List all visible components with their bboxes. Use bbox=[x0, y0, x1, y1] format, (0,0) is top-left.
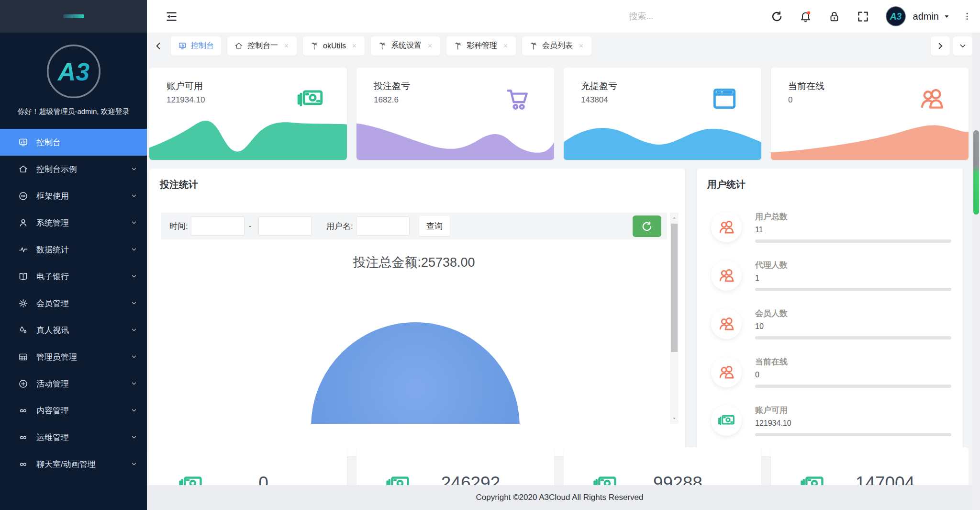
sidebar-item-12[interactable]: 运维管理 bbox=[0, 424, 147, 451]
footer: Copyright ©2020 A3Cloud All Rights Reser… bbox=[147, 485, 972, 510]
stat-card-value: 121934.10 bbox=[167, 95, 205, 105]
chevron-down-icon bbox=[131, 353, 137, 360]
username-filter-label: 用户名: bbox=[326, 221, 353, 232]
time-to-input[interactable] bbox=[258, 216, 312, 236]
tab-1[interactable]: 控制台 bbox=[171, 36, 221, 56]
tab-3[interactable]: okUtils bbox=[303, 36, 365, 56]
sidebar-item-11[interactable]: 内容管理 bbox=[0, 397, 147, 424]
tab-label: 会员列表 bbox=[542, 41, 573, 51]
search-input[interactable] bbox=[629, 11, 751, 22]
tabs-scroll-right-button[interactable] bbox=[931, 36, 950, 56]
tabs-scroll-left-icon[interactable] bbox=[154, 41, 163, 51]
bet-statistics-panel: 投注统计 投注总金额:25738.00 时间: - 用户名: 查询 bbox=[149, 169, 685, 456]
sidebar-item-5[interactable]: 数据统计 bbox=[0, 236, 147, 263]
tab-2[interactable]: 控制台一 bbox=[227, 36, 297, 56]
bet-panel-scrollbar[interactable] bbox=[670, 213, 679, 424]
tabs: 控制台控制台一okUtils系统设置彩种管理会员列表 bbox=[171, 36, 598, 56]
home-icon bbox=[234, 42, 243, 50]
people-icon bbox=[717, 363, 736, 382]
user-stat-value: 121934.10 bbox=[755, 419, 951, 428]
chevron-down-icon bbox=[958, 42, 967, 50]
people-icon bbox=[717, 266, 736, 285]
fullscreen-icon[interactable] bbox=[857, 10, 869, 23]
user-stat-value: 0 bbox=[755, 371, 951, 379]
sidebar-item-label: 真人视讯 bbox=[36, 325, 131, 336]
query-button[interactable]: 查询 bbox=[419, 216, 450, 236]
sidebar-item-3[interactable]: OK框架使用 bbox=[0, 182, 147, 209]
window-scrollbar-thumb[interactable] bbox=[973, 130, 979, 215]
sidebar-item-4[interactable]: 系统管理 bbox=[0, 209, 147, 236]
sidebar-item-label: 聊天室/动画管理 bbox=[36, 459, 131, 470]
chevron-down-icon bbox=[131, 461, 137, 467]
chevron-down-icon bbox=[131, 300, 137, 306]
sidebar-item-8[interactable]: 真人视讯 bbox=[0, 317, 147, 343]
chevron-down-icon bbox=[131, 380, 137, 387]
chevron-down-icon bbox=[131, 273, 137, 280]
chevron-down-icon[interactable] bbox=[943, 13, 950, 20]
bottom-card-1: 0 bbox=[149, 447, 347, 485]
close-icon[interactable] bbox=[502, 43, 509, 49]
collapse-sidebar-icon[interactable] bbox=[165, 10, 178, 23]
time-from-input[interactable] bbox=[191, 216, 245, 236]
user-stat-value: 11 bbox=[755, 226, 951, 234]
svg-text:A3: A3 bbox=[56, 58, 89, 86]
table-icon bbox=[18, 352, 28, 362]
close-icon[interactable] bbox=[578, 43, 584, 49]
refresh-data-button[interactable] bbox=[633, 215, 661, 237]
topbar-right: A3 admin bbox=[629, 6, 980, 27]
sidebar-item-label: 会员管理 bbox=[36, 298, 131, 309]
sidebar-item-label: 内容管理 bbox=[36, 405, 131, 416]
range-separator: - bbox=[249, 222, 251, 230]
stat-card-title: 投注盈亏 bbox=[374, 80, 410, 92]
user-stat-label: 当前在线 bbox=[755, 356, 951, 367]
browser-icon bbox=[710, 84, 739, 113]
close-icon[interactable] bbox=[351, 43, 357, 49]
refresh-icon bbox=[641, 220, 653, 233]
sidebar-item-10[interactable]: 活动管理 bbox=[0, 370, 147, 397]
sidebar-mini-logo bbox=[63, 14, 84, 18]
sidebar-item-label: 运维管理 bbox=[36, 432, 131, 443]
tab-5[interactable]: 彩种管理 bbox=[446, 36, 516, 56]
sidebar-item-6[interactable]: 电子银行 bbox=[0, 263, 147, 290]
tab-label: 控制台 bbox=[191, 41, 214, 51]
tab-6[interactable]: 会员列表 bbox=[522, 36, 591, 56]
sidebar-item-7[interactable]: 会员管理 bbox=[0, 290, 147, 317]
bet-pie-chart bbox=[311, 322, 520, 424]
refresh-icon[interactable] bbox=[770, 10, 783, 23]
sidebar-item-13[interactable]: 聊天室/动画管理 bbox=[0, 451, 147, 477]
username-filter-input[interactable] bbox=[356, 216, 410, 236]
scroll-down-arrow-icon[interactable] bbox=[670, 414, 679, 423]
more-vertical-icon[interactable] bbox=[963, 10, 971, 23]
scroll-up-arrow-icon[interactable] bbox=[670, 214, 679, 222]
username-label[interactable]: admin bbox=[913, 11, 939, 22]
tabs-menu-button[interactable] bbox=[953, 36, 972, 56]
window-scrollbar[interactable] bbox=[972, 33, 980, 510]
tab-label: 控制台一 bbox=[247, 41, 278, 51]
stat-card-value: 1682.6 bbox=[374, 95, 399, 105]
stat-card-wave-chart bbox=[564, 118, 761, 160]
scrollbar-thumb[interactable] bbox=[671, 224, 678, 352]
sidebar-item-label: 控制台 bbox=[36, 137, 137, 148]
chevron-down-icon bbox=[131, 193, 137, 199]
lock-icon[interactable] bbox=[828, 10, 841, 23]
tab-label: 系统设置 bbox=[391, 41, 422, 51]
user-stat-progress-bar bbox=[755, 336, 951, 340]
tab-4[interactable]: 系统设置 bbox=[371, 36, 440, 56]
bottom-card-value: 99288 bbox=[618, 473, 737, 485]
tabbar-end bbox=[931, 36, 972, 56]
sidebar-item-9[interactable]: 管理员管理 bbox=[0, 343, 147, 370]
tree-icon bbox=[529, 42, 538, 50]
user-stat-progress-bar bbox=[755, 288, 951, 291]
close-icon[interactable] bbox=[427, 43, 433, 49]
user-stat-progress-bar bbox=[755, 433, 951, 436]
sidebar-item-1[interactable]: 控制台 bbox=[0, 129, 147, 156]
avatar[interactable]: A3 bbox=[885, 6, 906, 27]
chevron-down-icon bbox=[131, 166, 137, 172]
chevron-down-icon bbox=[131, 327, 137, 333]
greeting-text: 你好！超级管理员-admin, 欢迎登录 bbox=[0, 107, 147, 116]
sidebar-item-2[interactable]: 控制台示例 bbox=[0, 156, 147, 182]
close-icon[interactable] bbox=[283, 43, 290, 49]
bottom-card-value: 246292 bbox=[411, 473, 530, 485]
stat-card-3: 充提盈亏143804 bbox=[564, 68, 761, 160]
notification-bell-icon[interactable] bbox=[799, 10, 812, 23]
